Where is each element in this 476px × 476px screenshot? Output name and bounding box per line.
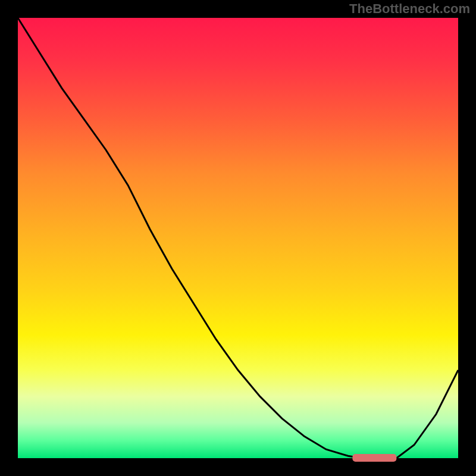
chart-stage: TheBottleneck.com — [0, 0, 476, 476]
bottleneck-chart — [0, 0, 476, 476]
plot-area — [18, 18, 458, 458]
watermark-text: TheBottleneck.com — [349, 1, 470, 17]
optimal-marker — [352, 454, 396, 462]
